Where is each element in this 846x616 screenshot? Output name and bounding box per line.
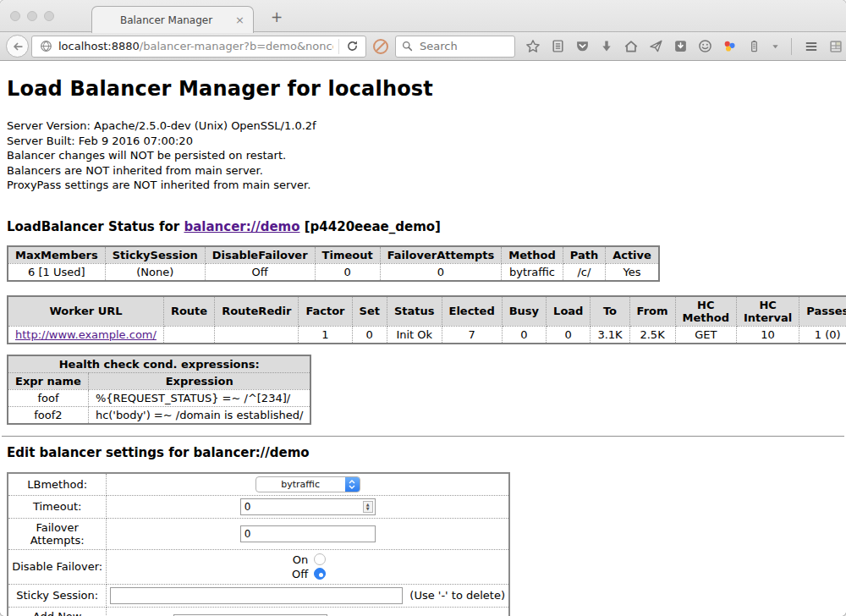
col-timeout: Timeout — [315, 246, 380, 264]
cell-from: 2.5K — [629, 326, 675, 344]
cell-passes: 1 (0) — [799, 326, 846, 344]
server-info: Server Version: Apache/2.5.0-dev (Unix) … — [7, 118, 839, 193]
bookmark-star-icon[interactable] — [525, 39, 541, 54]
worker-table: Worker URL Route RouteRedir Factor Set S… — [7, 295, 846, 344]
bookmarks-list-icon[interactable] — [550, 39, 565, 54]
cell-disablefailover: Off — [205, 263, 315, 281]
col-active: Active — [606, 246, 659, 264]
col-routeredir: RouteRedir — [215, 296, 299, 327]
disable-failover-row: Disable Failover: On Off — [8, 549, 509, 584]
colorzilla-icon[interactable] — [722, 39, 737, 54]
number-stepper-icon[interactable]: ▲▼ — [363, 501, 373, 513]
cell-worker-url: http://www.example.com/ — [8, 326, 163, 344]
timeout-row: Timeout: ▲▼ — [8, 495, 509, 518]
battery-icon[interactable] — [746, 39, 761, 54]
status-heading-suffix: [p4420eeae_demo] — [300, 219, 441, 234]
close-window-button[interactable] — [10, 11, 20, 21]
search-icon — [401, 39, 414, 54]
cell-method: bytraffic — [502, 263, 563, 281]
timeout-input[interactable] — [240, 498, 376, 515]
col-passes: Passes — [799, 296, 846, 327]
tab-close-icon[interactable]: × — [233, 14, 246, 26]
cell-hc-method: GET — [675, 326, 736, 344]
back-arrow-icon — [10, 39, 25, 54]
col-path: Path — [563, 246, 605, 264]
col-worker-url: Worker URL — [8, 296, 163, 327]
col-status: Status — [387, 296, 442, 327]
disable-failover-off-radio[interactable] — [314, 568, 326, 580]
search-input[interactable] — [418, 39, 509, 53]
cell-set: 0 — [352, 326, 387, 344]
cell-stickysession: (None) — [105, 263, 205, 281]
downloads-icon[interactable] — [599, 39, 614, 54]
pocket-icon[interactable] — [574, 39, 590, 54]
cell-hc-interval: 10 — [736, 326, 799, 344]
menu-hamburger-icon[interactable] — [804, 39, 819, 54]
off-label: Off — [288, 568, 308, 580]
browser-window: Balancer Manager × + localhost:8880/bala… — [0, 0, 846, 616]
cell-path: /c/ — [563, 263, 605, 281]
disable-failover-on-radio[interactable] — [314, 553, 326, 565]
adblock-icon[interactable] — [371, 37, 390, 56]
lbmethod-row: LBmethod: bytraffic — [8, 473, 509, 496]
minimize-window-button[interactable] — [27, 11, 37, 21]
overflow-caret-icon[interactable] — [771, 39, 779, 54]
frame-download-icon[interactable] — [673, 39, 688, 54]
apps-grid-icon[interactable] — [828, 39, 843, 54]
back-button[interactable] — [6, 35, 29, 58]
lbmethod-label: LBmethod: — [8, 473, 107, 496]
home-icon[interactable] — [624, 39, 639, 54]
cell-expression: %{REQUEST_STATUS} =~ /^[234]/ — [88, 389, 310, 406]
health-row-foof2: foof2 hc('body') =~ /domain is establish… — [8, 406, 310, 424]
cell-load: 0 — [547, 326, 591, 344]
zoom-window-button[interactable] — [44, 11, 54, 21]
on-label: On — [288, 553, 308, 566]
failover-attempts-input[interactable] — [240, 525, 376, 542]
cell-failoverattempts: 0 — [380, 263, 502, 281]
worker-url-link[interactable]: http://www.example.com/ — [15, 328, 157, 341]
window-controls — [10, 11, 54, 21]
col-expr-name: Expr name — [8, 372, 88, 389]
balancer-demo-link[interactable]: balancer://demo — [184, 219, 299, 234]
health-row-foof: foof %{REQUEST_STATUS} =~ /^[234]/ — [8, 389, 310, 406]
cell-expr-name: foof2 — [8, 406, 88, 424]
col-expression: Expression — [88, 372, 310, 389]
reload-icon[interactable] — [344, 39, 360, 54]
col-hc-interval: HC Interval — [736, 296, 799, 327]
globe-icon — [38, 39, 53, 54]
url-bar[interactable]: localhost:8880/balancer-manager?b=demo&n… — [31, 36, 366, 58]
feedback-smiley-icon[interactable] — [697, 39, 712, 54]
col-disablefailover: DisableFailover — [205, 246, 315, 264]
col-failoverattempts: FailoverAttempts — [380, 246, 502, 264]
col-set: Set — [352, 296, 387, 327]
sticky-session-input[interactable] — [110, 587, 403, 604]
col-to: To — [591, 296, 629, 327]
section-divider — [2, 436, 844, 437]
balancer-status-header-row: MaxMembers StickySession DisableFailover… — [8, 246, 659, 264]
send-tab-icon[interactable] — [648, 39, 663, 54]
health-check-table: Health check cond. expressions: Expr nam… — [7, 355, 311, 425]
lbmethod-select[interactable]: bytraffic — [255, 476, 360, 492]
balancer-status-table: MaxMembers StickySession DisableFailover… — [7, 245, 660, 282]
balancers-notice-line: Balancers are NOT inherited from main se… — [7, 163, 839, 179]
page-content: Load Balancer Manager for localhost Serv… — [0, 61, 846, 616]
tab-balancer-manager[interactable]: Balancer Manager × — [91, 6, 254, 33]
tab-bar: Balancer Manager × + — [0, 0, 846, 32]
url-text[interactable]: localhost:8880/balancer-manager?b=demo&n… — [58, 40, 333, 52]
new-tab-button[interactable]: + — [264, 8, 289, 25]
col-from: From — [629, 296, 675, 327]
sticky-session-label: Sticky Session: — [8, 584, 107, 607]
page-title: Load Balancer Manager for localhost — [7, 77, 839, 101]
col-elected: Elected — [442, 296, 502, 327]
edit-balancer-form: LBmethod: bytraffic Timeout: — [7, 472, 510, 616]
cell-maxmembers: 6 [1 Used] — [8, 263, 105, 281]
search-bar — [395, 36, 515, 58]
url-host: localhost:8880 — [58, 40, 140, 52]
col-stickysession: StickySession — [105, 246, 205, 264]
url-divider — [338, 39, 339, 54]
worker-data-row: http://www.example.com/ 1 0 Init Ok 7 0 … — [8, 326, 846, 344]
cell-expression: hc('body') =~ /domain is established/ — [88, 406, 310, 424]
timeout-label: Timeout: — [8, 495, 107, 518]
health-title-row: Health check cond. expressions: — [8, 355, 310, 373]
col-method: Method — [502, 246, 563, 264]
